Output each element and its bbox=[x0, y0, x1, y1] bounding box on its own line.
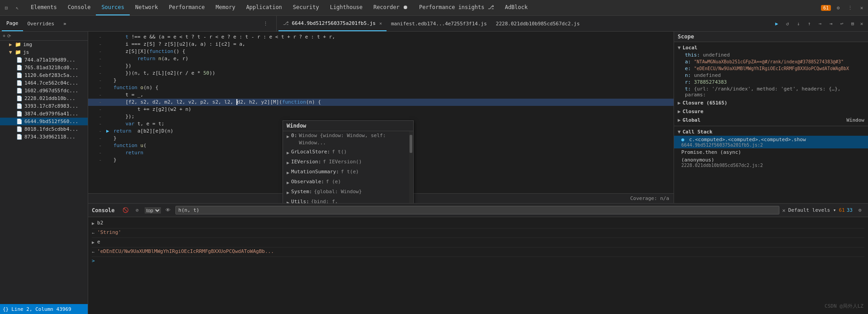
debug-step-out[interactable]: → bbox=[816, 19, 825, 28]
scope-local-header[interactable]: ▼ Local bbox=[674, 44, 868, 52]
sidebar-item-1602[interactable]: 📄 1602.d967d55fdc... bbox=[0, 87, 88, 95]
close-button[interactable]: ✕ bbox=[857, 3, 866, 12]
sidebar-item-2228[interactable]: 📄 2228.021ddb10b... bbox=[0, 95, 88, 102]
file-icon: 📄 bbox=[16, 134, 23, 140]
clear-console-button[interactable]: 🚫 bbox=[121, 206, 130, 215]
autocomplete-item-observable[interactable]: ▶ Observable: f (e) bbox=[283, 177, 413, 187]
console-input[interactable] bbox=[98, 258, 864, 264]
console-content[interactable]: ▶ b2 ← 'String' ▶ e ← 'eDEnECU/Nw9UaXUM bbox=[88, 217, 868, 314]
code-line: - } bbox=[88, 77, 674, 84]
sidebar-item-8734[interactable]: 📄 8734.33d962118... bbox=[0, 133, 88, 141]
tab-performance[interactable]: Performance bbox=[164, 0, 210, 15]
subtab-page[interactable]: Page bbox=[2, 16, 23, 31]
console-line-b2-value: ← 'String' bbox=[92, 228, 864, 238]
autocomplete-item-system[interactable]: ▶ System: {global: Window} bbox=[283, 187, 413, 197]
console-prompt[interactable]: > bbox=[92, 257, 864, 265]
autocomplete-item-ieversion[interactable]: ▶ IEVersion: f IEVersion() bbox=[283, 157, 413, 167]
code-editor[interactable]: - t !== e && (a = e < t ? t - r < e ? e … bbox=[88, 32, 674, 203]
tab-sources[interactable]: Sources bbox=[96, 0, 130, 15]
sidebar-item-js[interactable]: ▼ 📁 js bbox=[0, 48, 88, 56]
scope-closure2-header[interactable]: ▶ Closure bbox=[674, 108, 868, 115]
folder-collapsed-icon: ▶ 📁 bbox=[9, 42, 21, 48]
file-tab-manifest[interactable]: manifest.edb174...4e7255f3f14.js bbox=[387, 16, 491, 31]
sidebar-item-765[interactable]: 📄 765.81ad3218cd0... bbox=[0, 64, 88, 71]
eye-icon[interactable]: 👁 bbox=[164, 206, 173, 215]
debug-settings[interactable]: ↩ bbox=[837, 19, 846, 28]
subtab-more[interactable]: » bbox=[59, 16, 71, 31]
scope-closure2: ▶ Closure bbox=[674, 108, 868, 115]
tab-recorder[interactable]: Recorder ⏺ bbox=[368, 0, 414, 15]
tab-network[interactable]: Network bbox=[130, 0, 164, 15]
inspect-icon[interactable]: ↖ bbox=[13, 3, 22, 12]
blue-issues: 33 bbox=[847, 207, 853, 213]
sidebar-item-img[interactable]: ▶ 📁 img bbox=[0, 41, 88, 48]
console-line-e-arrow: ▶ e bbox=[92, 238, 864, 247]
debug-step-over[interactable]: ↓ bbox=[794, 19, 803, 28]
debug-pause[interactable]: ↺ bbox=[783, 19, 792, 28]
code-line: - })(n, t, z[L][o2](r / e * 50)) bbox=[88, 70, 674, 77]
tab-adblock[interactable]: AdBlock bbox=[500, 0, 533, 15]
callstack-item-promise[interactable]: Promise.then (async) bbox=[674, 148, 868, 156]
code-line: - }); bbox=[88, 113, 674, 120]
close-devtools[interactable]: ✕ bbox=[857, 19, 866, 28]
editor-with-panel: - t !== e && (a = e < t ? t - r < e ? e … bbox=[88, 32, 868, 203]
callstack-header[interactable]: ▼ Call Stack bbox=[674, 128, 868, 136]
console-filter-input[interactable] bbox=[175, 206, 780, 214]
debug-deactivate[interactable]: ⇥ bbox=[826, 19, 835, 28]
filter-button[interactable]: ⊘ bbox=[133, 206, 142, 215]
scope-e: e: "eDEnECU/Nw9UaXUMBlMWgYhIRgiOEcIcRRMF… bbox=[674, 65, 868, 72]
devtools-icon[interactable]: ⊡ bbox=[2, 3, 11, 12]
debug-resume[interactable]: ▶ bbox=[772, 19, 781, 28]
console-settings-button[interactable]: ⚙ bbox=[855, 206, 864, 215]
autocomplete-scrollthumb[interactable] bbox=[410, 135, 412, 153]
code-line: - t = _, bbox=[88, 91, 674, 99]
sidebar-item-1464[interactable]: 📄 1464.7ce562c04c... bbox=[0, 79, 88, 87]
sidebar-item-3393[interactable]: 📄 3393.17c87c8983... bbox=[0, 102, 88, 110]
tab-lighthouse[interactable]: Lighthouse bbox=[325, 0, 368, 15]
sidebar-item-8018[interactable]: 📄 8018.1fdc5cdbb4... bbox=[0, 125, 88, 133]
sidebar-item-3874[interactable]: 📄 3874.de979f6a41... bbox=[0, 110, 88, 118]
clear-filter-icon[interactable]: ✕ bbox=[782, 207, 785, 214]
file-tab-2228[interactable]: 2228.021ddb10b985cd567dc2.js bbox=[491, 16, 584, 31]
callstack-section: ▼ Call Stack ● c.<computed>.<computed>.<… bbox=[674, 128, 868, 169]
watermark: CSDN @局外人LZ bbox=[825, 303, 863, 309]
file-tab-main[interactable]: ⎇ 6644.9bd512f560375a201fb5.js ✕ bbox=[278, 16, 386, 31]
callstack-item-anon[interactable]: (anonymous) 2228.021ddb10b985cd567dc2.js… bbox=[674, 156, 868, 169]
code-line: - t !== e && (a = e < t ? t - r < e ? e … bbox=[88, 33, 674, 41]
default-levels-button[interactable]: Default levels ▾ bbox=[788, 207, 836, 213]
scope-global-header[interactable]: ▶ Global Window bbox=[674, 116, 868, 124]
file-icon: 📄 bbox=[16, 111, 23, 117]
close-file-tab[interactable]: ✕ bbox=[379, 21, 382, 26]
context-select[interactable]: top bbox=[145, 207, 161, 214]
file-icon: 📄 bbox=[16, 88, 23, 94]
subtab-overrides[interactable]: Overrides bbox=[23, 16, 59, 31]
split-panel[interactable]: ⊞ bbox=[848, 19, 857, 28]
sidebar-item-744[interactable]: 📄 744.a71a199d89... bbox=[0, 56, 88, 64]
sidebar-tree: ▶ 📁 img ▼ 📁 js 📄 744.a71a199d89... 📄 bbox=[0, 41, 88, 304]
tab-performance-insights[interactable]: Performance insights ⎇ bbox=[414, 0, 500, 15]
autocomplete-item-utils[interactable]: ▶ Utils: {bind: f, getCirclePluginFileNa… bbox=[283, 197, 413, 203]
subtab-menu[interactable]: ⋮ bbox=[259, 16, 273, 31]
tab-console[interactable]: Console bbox=[62, 0, 96, 15]
tab-elements[interactable]: Elements bbox=[25, 0, 62, 15]
autocomplete-popup[interactable]: Window ▶ 0: Window {window: Window, self… bbox=[283, 120, 414, 203]
sidebar-item-6644[interactable]: 📄 6644.9bd512f560... bbox=[0, 118, 88, 125]
tab-application[interactable]: Application bbox=[241, 0, 287, 15]
more-button[interactable]: ⋮ bbox=[845, 3, 854, 12]
callstack-item-show[interactable]: ● c.<computed>.<computed>.<computed>.sho… bbox=[674, 136, 868, 148]
autocomplete-scrollbar[interactable] bbox=[409, 131, 413, 203]
tab-memory[interactable]: Memory bbox=[210, 0, 241, 15]
sidebar-status: {} Line 2, Column 43969 bbox=[0, 304, 88, 314]
autocomplete-item-grlocalstore[interactable]: ▶ GrLocalStore: f t() bbox=[283, 147, 413, 157]
tab-security[interactable]: Security bbox=[288, 0, 325, 15]
autocomplete-header: Window bbox=[283, 121, 413, 131]
console-toolbar: Console 🚫 ⊘ top 👁 ✕ Default levels ▾ 61 … bbox=[88, 204, 868, 217]
sidebar-item-1120[interactable]: 📄 1120.6ebf283c5a... bbox=[0, 71, 88, 79]
debug-step-into[interactable]: ↑ bbox=[805, 19, 814, 28]
code-line: - t += z[g2](w2 + n) bbox=[88, 106, 674, 113]
settings-button[interactable]: ⚙ bbox=[834, 3, 843, 12]
scope-t: t: {url: '/rank/index', method: 'get', h… bbox=[674, 86, 868, 98]
autocomplete-item-0[interactable]: ▶ 0: Window {window: Window, self: Windo… bbox=[283, 131, 413, 147]
scope-closure1-header[interactable]: ▶ Closure (65165) bbox=[674, 99, 868, 107]
autocomplete-item-mutationsummary[interactable]: ▶ MutationSummary: f t(e) bbox=[283, 167, 413, 177]
